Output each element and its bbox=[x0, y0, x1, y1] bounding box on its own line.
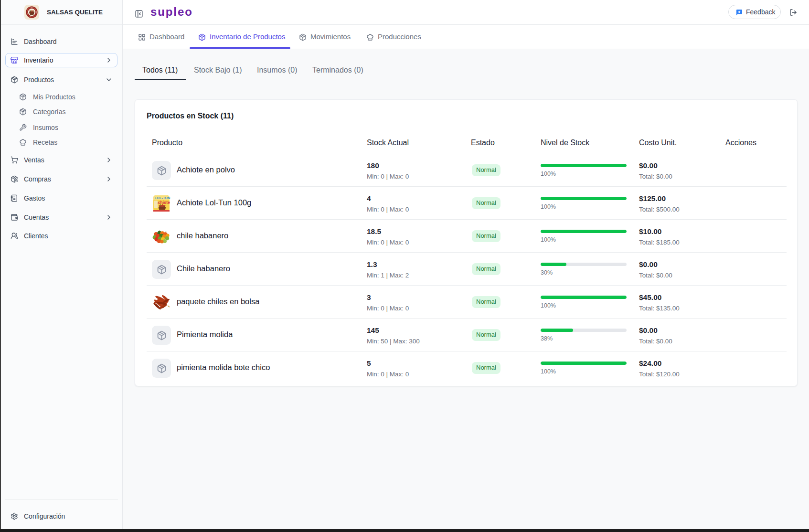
svg-text:achiote: achiote bbox=[156, 200, 170, 205]
